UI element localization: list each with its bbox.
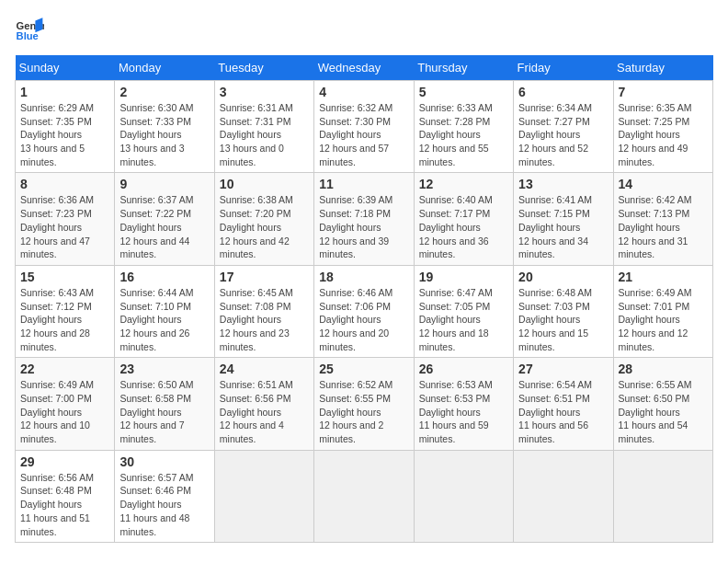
table-cell: 12 Sunrise: 6:40 AM Sunset: 7:17 PM Dayl… xyxy=(414,173,513,265)
table-cell: 3 Sunrise: 6:31 AM Sunset: 7:31 PM Dayli… xyxy=(214,81,313,173)
day-detail: Sunrise: 6:43 AM Sunset: 7:12 PM Dayligh… xyxy=(20,286,109,353)
day-detail: Sunrise: 6:44 AM Sunset: 7:10 PM Dayligh… xyxy=(119,286,209,353)
day-detail: Sunrise: 6:54 AM Sunset: 6:51 PM Dayligh… xyxy=(518,378,608,445)
day-number: 16 xyxy=(119,270,209,284)
table-cell: 1 Sunrise: 6:29 AM Sunset: 7:35 PM Dayli… xyxy=(16,81,115,173)
day-detail: Sunrise: 6:49 AM Sunset: 7:00 PM Dayligh… xyxy=(20,378,109,445)
table-cell: 18 Sunrise: 6:46 AM Sunset: 7:06 PM Dayl… xyxy=(314,265,414,357)
day-number: 18 xyxy=(319,270,408,284)
col-monday: Monday xyxy=(115,55,214,81)
day-detail: Sunrise: 6:40 AM Sunset: 7:17 PM Dayligh… xyxy=(419,193,508,260)
day-detail: Sunrise: 6:35 AM Sunset: 7:25 PM Dayligh… xyxy=(619,101,708,168)
table-cell: 27 Sunrise: 6:54 AM Sunset: 6:51 PM Dayl… xyxy=(514,358,613,450)
day-number: 24 xyxy=(220,362,309,376)
logo: General Blue xyxy=(15,15,51,44)
day-detail: Sunrise: 6:32 AM Sunset: 7:30 PM Dayligh… xyxy=(319,101,408,168)
table-cell: 21 Sunrise: 6:49 AM Sunset: 7:01 PM Dayl… xyxy=(613,265,712,357)
table-cell: 11 Sunrise: 6:39 AM Sunset: 7:18 PM Dayl… xyxy=(314,173,414,265)
day-number: 7 xyxy=(619,85,708,99)
day-number: 19 xyxy=(419,270,508,284)
table-cell: 5 Sunrise: 6:33 AM Sunset: 7:28 PM Dayli… xyxy=(414,81,513,173)
day-detail: Sunrise: 6:41 AM Sunset: 7:15 PM Dayligh… xyxy=(518,193,608,260)
calendar-table: Sunday Monday Tuesday Wednesday Thursday… xyxy=(15,55,713,543)
page-header: General Blue xyxy=(15,15,713,44)
day-number: 22 xyxy=(20,362,109,376)
table-cell xyxy=(514,450,613,542)
table-cell: 10 Sunrise: 6:38 AM Sunset: 7:20 PM Dayl… xyxy=(214,173,313,265)
day-number: 27 xyxy=(518,362,608,376)
day-detail: Sunrise: 6:30 AM Sunset: 7:33 PM Dayligh… xyxy=(119,101,209,168)
day-number: 30 xyxy=(119,454,209,469)
table-cell: 30 Sunrise: 6:57 AM Sunset: 6:46 PM Dayl… xyxy=(115,450,214,542)
day-number: 14 xyxy=(619,177,708,191)
day-detail: Sunrise: 6:37 AM Sunset: 7:22 PM Dayligh… xyxy=(119,193,209,260)
logo-icon: General Blue xyxy=(15,15,44,44)
table-cell: 8 Sunrise: 6:36 AM Sunset: 7:23 PM Dayli… xyxy=(16,173,115,265)
table-cell: 19 Sunrise: 6:47 AM Sunset: 7:05 PM Dayl… xyxy=(414,265,513,357)
day-number: 28 xyxy=(619,362,708,376)
day-detail: Sunrise: 6:48 AM Sunset: 7:03 PM Dayligh… xyxy=(518,286,608,353)
table-cell: 14 Sunrise: 6:42 AM Sunset: 7:13 PM Dayl… xyxy=(613,173,712,265)
table-cell: 13 Sunrise: 6:41 AM Sunset: 7:15 PM Dayl… xyxy=(514,173,613,265)
table-cell xyxy=(314,450,414,542)
day-detail: Sunrise: 6:33 AM Sunset: 7:28 PM Dayligh… xyxy=(419,101,508,168)
day-detail: Sunrise: 6:46 AM Sunset: 7:06 PM Dayligh… xyxy=(319,286,408,353)
day-number: 20 xyxy=(518,270,608,284)
day-detail: Sunrise: 6:39 AM Sunset: 7:18 PM Dayligh… xyxy=(319,193,408,260)
day-number: 10 xyxy=(220,177,309,191)
day-number: 4 xyxy=(319,85,408,99)
calendar-row: 29 Sunrise: 6:56 AM Sunset: 6:48 PM Dayl… xyxy=(16,450,713,542)
table-cell: 17 Sunrise: 6:45 AM Sunset: 7:08 PM Dayl… xyxy=(214,265,313,357)
calendar-row: 8 Sunrise: 6:36 AM Sunset: 7:23 PM Dayli… xyxy=(16,173,713,265)
table-cell xyxy=(414,450,513,542)
table-cell xyxy=(214,450,313,542)
day-number: 2 xyxy=(119,85,209,99)
day-number: 25 xyxy=(319,362,408,376)
day-detail: Sunrise: 6:47 AM Sunset: 7:05 PM Dayligh… xyxy=(419,286,508,353)
table-cell xyxy=(613,450,712,542)
col-saturday: Saturday xyxy=(613,55,712,81)
day-detail: Sunrise: 6:49 AM Sunset: 7:01 PM Dayligh… xyxy=(619,286,708,353)
day-number: 9 xyxy=(119,177,209,191)
day-detail: Sunrise: 6:36 AM Sunset: 7:23 PM Dayligh… xyxy=(20,193,109,260)
day-detail: Sunrise: 6:31 AM Sunset: 7:31 PM Dayligh… xyxy=(220,101,309,168)
table-cell: 28 Sunrise: 6:55 AM Sunset: 6:50 PM Dayl… xyxy=(613,358,712,450)
calendar-row: 1 Sunrise: 6:29 AM Sunset: 7:35 PM Dayli… xyxy=(16,81,713,173)
day-number: 21 xyxy=(619,270,708,284)
day-number: 29 xyxy=(20,454,109,469)
table-cell: 7 Sunrise: 6:35 AM Sunset: 7:25 PM Dayli… xyxy=(613,81,712,173)
day-number: 1 xyxy=(20,85,109,99)
calendar-row: 15 Sunrise: 6:43 AM Sunset: 7:12 PM Dayl… xyxy=(16,265,713,357)
day-detail: Sunrise: 6:38 AM Sunset: 7:20 PM Dayligh… xyxy=(220,193,309,260)
day-number: 17 xyxy=(220,270,309,284)
col-thursday: Thursday xyxy=(414,55,513,81)
day-number: 6 xyxy=(518,85,608,99)
table-cell: 16 Sunrise: 6:44 AM Sunset: 7:10 PM Dayl… xyxy=(115,265,214,357)
table-cell: 23 Sunrise: 6:50 AM Sunset: 6:58 PM Dayl… xyxy=(115,358,214,450)
day-detail: Sunrise: 6:29 AM Sunset: 7:35 PM Dayligh… xyxy=(20,101,109,168)
table-cell: 15 Sunrise: 6:43 AM Sunset: 7:12 PM Dayl… xyxy=(16,265,115,357)
day-detail: Sunrise: 6:42 AM Sunset: 7:13 PM Dayligh… xyxy=(619,193,708,260)
day-number: 3 xyxy=(220,85,309,99)
header-row: Sunday Monday Tuesday Wednesday Thursday… xyxy=(16,55,713,81)
day-detail: Sunrise: 6:50 AM Sunset: 6:58 PM Dayligh… xyxy=(119,378,209,445)
day-number: 11 xyxy=(319,177,408,191)
col-tuesday: Tuesday xyxy=(214,55,313,81)
day-detail: Sunrise: 6:53 AM Sunset: 6:53 PM Dayligh… xyxy=(419,378,508,445)
day-number: 12 xyxy=(419,177,508,191)
calendar-row: 22 Sunrise: 6:49 AM Sunset: 7:00 PM Dayl… xyxy=(16,358,713,450)
day-detail: Sunrise: 6:55 AM Sunset: 6:50 PM Dayligh… xyxy=(619,378,708,445)
table-cell: 2 Sunrise: 6:30 AM Sunset: 7:33 PM Dayli… xyxy=(115,81,214,173)
table-cell: 6 Sunrise: 6:34 AM Sunset: 7:27 PM Dayli… xyxy=(514,81,613,173)
day-number: 13 xyxy=(518,177,608,191)
day-detail: Sunrise: 6:34 AM Sunset: 7:27 PM Dayligh… xyxy=(518,101,608,168)
day-number: 5 xyxy=(419,85,508,99)
col-friday: Friday xyxy=(514,55,613,81)
table-cell: 9 Sunrise: 6:37 AM Sunset: 7:22 PM Dayli… xyxy=(115,173,214,265)
svg-text:Blue: Blue xyxy=(17,30,39,41)
day-detail: Sunrise: 6:52 AM Sunset: 6:55 PM Dayligh… xyxy=(319,378,408,445)
day-number: 15 xyxy=(20,270,109,284)
day-detail: Sunrise: 6:57 AM Sunset: 6:46 PM Dayligh… xyxy=(119,471,209,538)
table-cell: 20 Sunrise: 6:48 AM Sunset: 7:03 PM Dayl… xyxy=(514,265,613,357)
table-cell: 25 Sunrise: 6:52 AM Sunset: 6:55 PM Dayl… xyxy=(314,358,414,450)
